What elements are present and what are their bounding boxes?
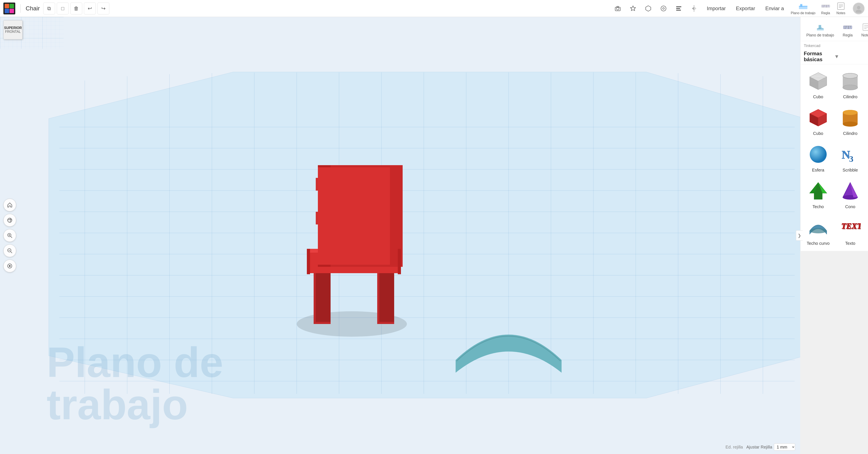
export-button[interactable]: Exportar bbox=[733, 4, 758, 13]
right-panel: Plano de trabajo Regla bbox=[800, 17, 868, 251]
zoom-out-button[interactable] bbox=[3, 245, 16, 257]
right-panel-tools: Plano de trabajo Regla bbox=[800, 17, 868, 41]
orbit-button[interactable] bbox=[3, 214, 16, 227]
shape-scribble[interactable]: N 3 Scribble bbox=[836, 141, 865, 174]
shapes-category-dropdown[interactable]: Formas básicas ▼ bbox=[800, 49, 868, 64]
shape-techo-curvo-label: Techo curvo bbox=[807, 241, 830, 246]
svg-text:TEXT: TEXT bbox=[842, 222, 861, 231]
svg-rect-69 bbox=[369, 165, 381, 267]
notes-button[interactable]: Notes bbox=[836, 2, 846, 15]
shape-cilindro-gray[interactable]: Cilindro bbox=[836, 68, 865, 101]
svg-marker-2 bbox=[646, 6, 651, 11]
shapes-category-label: Formas básicas bbox=[804, 51, 834, 62]
svg-point-131 bbox=[810, 228, 827, 233]
svg-rect-11 bbox=[799, 6, 807, 9]
svg-text:trabajo: trabajo bbox=[46, 381, 188, 428]
ruler-tool-button[interactable]: Regla bbox=[840, 20, 855, 39]
collapse-panel-button[interactable]: ❯ bbox=[796, 230, 803, 240]
home-view-button[interactable] bbox=[3, 199, 16, 211]
svg-rect-61 bbox=[316, 271, 331, 322]
svg-rect-88 bbox=[818, 25, 821, 29]
shape-cono[interactable]: Cono bbox=[836, 178, 865, 211]
ruler-tool-label: Regla bbox=[843, 33, 853, 37]
svg-point-119 bbox=[843, 122, 858, 127]
workplane-button[interactable]: Plano de trabajo bbox=[790, 2, 815, 15]
svg-rect-73 bbox=[307, 249, 310, 274]
svg-rect-74 bbox=[398, 249, 401, 274]
shape-cubo-red-label: Cubo bbox=[813, 131, 823, 136]
align-icon[interactable] bbox=[673, 3, 685, 14]
svg-rect-71 bbox=[331, 165, 403, 267]
document-title[interactable]: Chair bbox=[26, 5, 40, 12]
workplane-tool-label: Plano de trabajo bbox=[806, 33, 834, 37]
notes-tool-button[interactable]: Notes bbox=[859, 20, 868, 39]
camera-icon[interactable] bbox=[612, 3, 624, 14]
shape-cilindro-orange-label: Cilindro bbox=[843, 131, 858, 136]
svg-point-109 bbox=[843, 73, 858, 78]
send-button[interactable]: Enviar a bbox=[762, 4, 787, 13]
mirror-icon[interactable] bbox=[688, 3, 700, 14]
right-panel-container: ❯ Plano de trabajo bbox=[800, 17, 868, 454]
svg-rect-59 bbox=[314, 271, 331, 324]
grid-value-select[interactable]: 1 mm 2 mm 5 mm 10 mm bbox=[774, 444, 795, 451]
shape-esfera[interactable]: Esfera bbox=[804, 141, 833, 174]
svg-rect-1 bbox=[615, 7, 620, 11]
duplicate-button[interactable]: ⧉ bbox=[43, 3, 55, 14]
viewport[interactable]: Plano de trabajo SUPERIOR FRONTAL bbox=[0, 17, 800, 454]
shape-cubo-gray-label: Cubo bbox=[813, 94, 823, 99]
svg-point-3 bbox=[661, 6, 666, 11]
user-avatar[interactable] bbox=[853, 3, 865, 14]
svg-rect-63 bbox=[307, 250, 401, 273]
tinkercad-logo[interactable] bbox=[3, 3, 15, 14]
topbar-right-icons bbox=[612, 3, 700, 14]
svg-point-23 bbox=[857, 6, 860, 9]
svg-point-24 bbox=[856, 10, 862, 13]
shape-scribble-label: Scribble bbox=[843, 168, 858, 172]
ruler-button[interactable]: Regla bbox=[820, 2, 831, 15]
shape-cubo-red[interactable]: Cubo bbox=[804, 104, 833, 138]
svg-rect-14 bbox=[822, 5, 830, 7]
copy-button[interactable]: □ bbox=[57, 3, 69, 14]
workplane-tool-button[interactable]: Plano de trabajo bbox=[804, 20, 837, 39]
svg-rect-90 bbox=[843, 26, 852, 29]
svg-rect-66 bbox=[316, 178, 392, 191]
shape-techo[interactable]: Techo bbox=[804, 178, 833, 211]
shape-techo-curvo[interactable]: Techo curvo bbox=[804, 214, 833, 248]
svg-rect-67 bbox=[318, 165, 331, 267]
shapes-grid: Cubo bbox=[800, 64, 868, 251]
svg-rect-70 bbox=[390, 165, 403, 267]
svg-text:N: N bbox=[842, 148, 850, 161]
svg-marker-27 bbox=[49, 72, 800, 398]
svg-rect-7 bbox=[676, 10, 681, 10]
main-area: Plano de trabajo SUPERIOR FRONTAL bbox=[0, 17, 868, 454]
title-divider bbox=[20, 4, 21, 13]
svg-rect-6 bbox=[676, 8, 680, 9]
svg-point-120 bbox=[843, 110, 858, 115]
shape-cubo-gray[interactable]: Cubo bbox=[804, 68, 833, 101]
adjust-grid-label: Ajustar Rejilla bbox=[746, 445, 772, 450]
import-button[interactable]: Importar bbox=[703, 4, 729, 13]
svg-rect-5 bbox=[676, 6, 681, 7]
svg-rect-60 bbox=[377, 271, 394, 324]
toolbar-left: ⧉ □ 🗑 ↩ ↪ bbox=[43, 3, 110, 14]
zoom-in-button[interactable] bbox=[3, 229, 16, 242]
align-circle-icon[interactable] bbox=[657, 3, 670, 14]
shape-cilindro-orange[interactable]: Cilindro bbox=[836, 104, 865, 138]
pin-icon[interactable] bbox=[627, 3, 639, 14]
svg-rect-72 bbox=[318, 167, 390, 265]
svg-text:3: 3 bbox=[849, 154, 854, 164]
redo-button[interactable]: ↪ bbox=[97, 3, 110, 14]
svg-rect-62 bbox=[379, 271, 394, 322]
svg-point-85 bbox=[9, 265, 10, 267]
fit-view-button[interactable] bbox=[3, 260, 16, 272]
undo-button[interactable]: ↩ bbox=[84, 3, 96, 14]
delete-button[interactable]: 🗑 bbox=[70, 3, 82, 14]
view-cube[interactable]: SUPERIOR FRONTAL bbox=[3, 20, 25, 41]
shape-texto[interactable]: TEXT TEXT Texto bbox=[836, 214, 865, 248]
svg-line-83 bbox=[10, 252, 12, 253]
svg-line-79 bbox=[10, 236, 12, 238]
shape-cono-label: Cono bbox=[845, 204, 855, 209]
grid-value-row: Ajustar Rejilla 1 mm 2 mm 5 mm 10 mm bbox=[746, 444, 795, 451]
hexagon-icon[interactable] bbox=[642, 3, 654, 14]
right-panel-topbar-tools: Plano de trabajo Regla Notes bbox=[790, 2, 846, 15]
